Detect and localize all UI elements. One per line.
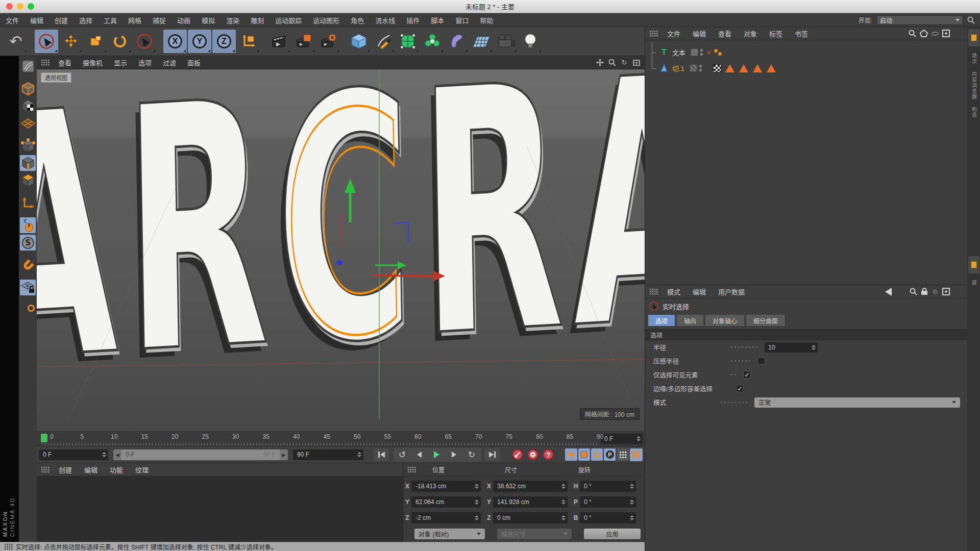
filter-icon[interactable] — [932, 32, 939, 36]
object-row-text[interactable]: T 文本 × — [645, 44, 967, 60]
am-menu-userdata[interactable]: 用户数据 — [712, 287, 751, 296]
slider-right-arrow-icon[interactable]: ▶ — [280, 449, 288, 460]
model-mode-button[interactable] — [20, 81, 36, 96]
menu-snap[interactable]: 捕捉 — [147, 15, 172, 25]
size-z-field[interactable]: 0 cm — [493, 512, 568, 523]
stepper-icon[interactable] — [561, 499, 566, 505]
stepper-icon[interactable] — [475, 499, 479, 505]
coordinate-system-button[interactable] — [237, 30, 260, 53]
autokey-button[interactable] — [526, 448, 540, 461]
workplane-mode-button[interactable] — [20, 115, 36, 131]
z-axis-lock-button[interactable]: Z — [212, 30, 236, 53]
size-x-field[interactable]: 38.632 cm — [493, 481, 568, 492]
workplane-lock-button[interactable] — [20, 280, 36, 295]
tab-content-browser[interactable]: 内容浏览器 — [970, 68, 978, 103]
panel-grip-icon[interactable] — [649, 288, 658, 295]
range-start-field[interactable]: 0 F — [39, 449, 108, 460]
prev-key-button[interactable]: ↺ — [394, 448, 410, 461]
mat-menu-function[interactable]: 功能 — [104, 465, 129, 474]
pan-view-icon[interactable] — [595, 58, 605, 67]
rot-b-field[interactable]: 0 ° — [580, 512, 636, 523]
object-row-knife[interactable]: 切.1 — [645, 60, 967, 76]
panel-grip-icon[interactable] — [649, 30, 658, 37]
last-tool-button[interactable] — [133, 30, 156, 53]
stepper-icon[interactable] — [630, 499, 634, 505]
vp-menu-options[interactable]: 选项 — [133, 58, 157, 67]
x-axis-lock-button[interactable]: X — [163, 30, 187, 53]
y-axis-lock-button[interactable]: Y — [188, 30, 211, 53]
layer-color-chip[interactable] — [690, 64, 697, 72]
subdivision-surface-button[interactable] — [396, 30, 420, 53]
section-header[interactable]: 选项 — [645, 329, 967, 340]
menu-script[interactable]: 脚本 — [425, 15, 450, 25]
mode-dropdown[interactable]: 正常 — [754, 397, 960, 408]
am-menu-edit[interactable]: 编辑 — [687, 287, 712, 296]
rotate-button[interactable] — [108, 30, 132, 53]
phong-tag-icon[interactable] — [714, 49, 722, 56]
stepper-icon[interactable] — [475, 484, 479, 489]
playhead-marker[interactable] — [41, 434, 47, 442]
snap-button[interactable]: S — [20, 235, 36, 251]
search-icon[interactable] — [909, 30, 916, 37]
magnet-button[interactable] — [20, 257, 36, 273]
menu-motion-tracker[interactable]: 运动跟踪 — [270, 15, 307, 25]
pos-y-field[interactable]: 62.064 cm — [411, 496, 481, 508]
tab-layers[interactable]: 层 — [970, 277, 978, 289]
history-back-icon[interactable] — [885, 288, 892, 296]
record-pla-toggle[interactable] — [617, 448, 628, 461]
record-position-toggle[interactable] — [565, 448, 577, 461]
stepper-icon[interactable] — [561, 484, 566, 489]
pos-z-field[interactable]: -2 cm — [411, 512, 481, 523]
record-rotation-toggle[interactable] — [591, 448, 603, 461]
pos-x-field[interactable]: -18.413 cm — [411, 481, 481, 492]
selection-tag-icon[interactable] — [725, 64, 734, 72]
vp-menu-cameras[interactable]: 摄像机 — [77, 58, 108, 67]
om-menu-objects[interactable]: 对象 — [738, 29, 763, 38]
stepper-icon[interactable] — [475, 515, 479, 520]
material-list-area[interactable] — [37, 477, 403, 551]
goto-end-button[interactable] — [484, 448, 500, 461]
om-menu-bookmarks[interactable]: 书签 — [789, 29, 814, 38]
keyframe-presets-button[interactable] — [630, 448, 643, 461]
om-menu-file[interactable]: 文件 — [661, 29, 687, 38]
record-parameter-toggle[interactable]: P — [604, 448, 616, 461]
record-scale-toggle[interactable] — [578, 448, 590, 461]
polygons-mode-button[interactable] — [20, 172, 36, 188]
edges-mode-button[interactable] — [20, 155, 36, 171]
pressure-radius-checkbox[interactable] — [757, 357, 765, 365]
rot-p-field[interactable]: 0 ° — [580, 496, 636, 508]
make-editable-button[interactable] — [20, 58, 36, 74]
texture-tag-icon[interactable] — [713, 64, 721, 72]
menu-pipeline[interactable]: 流水线 — [370, 15, 401, 25]
menu-simulate[interactable]: 模拟 — [196, 15, 220, 25]
move-button[interactable] — [59, 30, 83, 53]
slider-left-arrow-icon[interactable]: ◀ — [113, 449, 121, 460]
tab-options[interactable]: 选项 — [648, 315, 675, 326]
vp-menu-panel[interactable]: 面板 — [182, 58, 206, 67]
panel-grip-icon[interactable] — [41, 59, 50, 66]
home-icon[interactable] — [920, 30, 928, 37]
mat-menu-edit[interactable]: 编辑 — [78, 465, 104, 474]
viewport[interactable]: 透视视图 ARCRA 网格间距 : 100 cm — [37, 69, 645, 431]
size-y-field[interactable]: 141.928 cm — [493, 496, 568, 508]
stepper-icon[interactable] — [357, 452, 361, 457]
disabled-state-icon[interactable]: × — [707, 48, 711, 57]
vp-menu-filter[interactable]: 过滤 — [157, 58, 182, 67]
stepper-icon[interactable] — [102, 452, 106, 457]
goto-start-button[interactable] — [374, 448, 389, 461]
coord-mode-dropdown[interactable]: 对象 (相对) — [414, 529, 485, 539]
panel-grip-icon[interactable] — [41, 466, 50, 473]
layer-color-chip[interactable] — [691, 48, 698, 56]
tab-structure[interactable]: 构造 — [970, 103, 978, 121]
selection-tag-icon[interactable] — [767, 64, 776, 72]
om-menu-tags[interactable]: 标签 — [763, 29, 789, 38]
menu-tools[interactable]: 工具 — [98, 15, 122, 25]
stepper-icon[interactable] — [561, 515, 566, 520]
menu-animate[interactable]: 动画 — [172, 15, 196, 25]
menu-window[interactable]: 窗口 — [450, 15, 474, 25]
menu-select[interactable]: 选择 — [74, 15, 98, 25]
rotate-view-icon[interactable]: ↻ — [619, 58, 629, 67]
light-button[interactable] — [519, 30, 542, 53]
selection-tag-icon[interactable] — [753, 64, 762, 72]
visibility-dots-icon[interactable] — [699, 65, 702, 71]
